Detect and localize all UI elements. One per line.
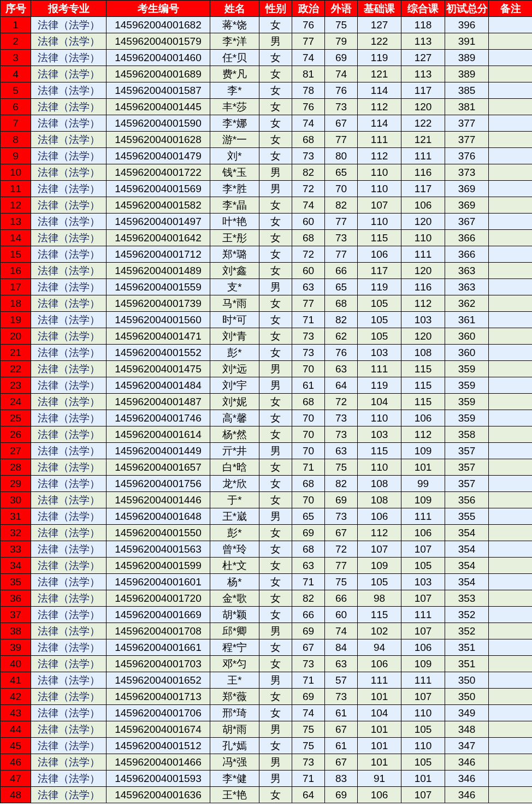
- cell-note: [489, 508, 533, 525]
- cell-seq: 23: [1, 377, 31, 394]
- cell-gender: 男: [259, 623, 292, 639]
- cell-base: 101: [358, 738, 401, 754]
- cell-comp: 107: [401, 787, 445, 803]
- cell-pol: 82: [292, 590, 325, 607]
- cell-seq: 17: [1, 279, 31, 295]
- cell-id: 145962004001648: [107, 508, 210, 525]
- cell-name: 胡*颖: [210, 607, 259, 623]
- cell-note: [489, 754, 533, 771]
- cell-note: [489, 541, 533, 558]
- cell-seq: 1: [1, 17, 31, 33]
- cell-lang: 67: [325, 721, 358, 738]
- cell-pol: 70: [292, 361, 325, 377]
- cell-name: 彭*: [210, 345, 259, 361]
- cell-name: 李*洋: [210, 33, 259, 50]
- cell-comp: 113: [401, 66, 445, 82]
- cell-note: [489, 525, 533, 541]
- cell-id: 145962004001579: [107, 33, 210, 50]
- cell-id: 145962004001682: [107, 17, 210, 33]
- cell-note: [489, 263, 533, 279]
- cell-base: 104: [358, 394, 401, 410]
- cell-name: 刘*青: [210, 328, 259, 345]
- cell-id: 145962004001460: [107, 50, 210, 66]
- table-row: 43法律（法学）145962004001706邢*琦女7461104110349: [1, 705, 533, 721]
- cell-name: 郑*薇: [210, 689, 259, 705]
- cell-note: [489, 459, 533, 476]
- cell-seq: 4: [1, 66, 31, 82]
- cell-gender: 女: [259, 738, 292, 754]
- cell-seq: 24: [1, 394, 31, 410]
- cell-comp: 110: [401, 738, 445, 754]
- cell-id: 145962004001636: [107, 787, 210, 803]
- table-row: 23法律（法学）145962004001484刘*宇男6164119115359: [1, 377, 533, 394]
- table-row: 48法律（法学）145962004001636王*艳女6469106107346: [1, 787, 533, 803]
- cell-name: 丰*莎: [210, 99, 259, 115]
- cell-name: 于*: [210, 492, 259, 508]
- cell-lang: 69: [325, 492, 358, 508]
- cell-gender: 女: [259, 50, 292, 66]
- cell-base: 105: [358, 574, 401, 590]
- table-row: 22法律（法学）145962004001475刘*远男7063111115359: [1, 361, 533, 377]
- cell-id: 145962004001445: [107, 99, 210, 115]
- cell-seq: 6: [1, 99, 31, 115]
- cell-lang: 62: [325, 328, 358, 345]
- cell-gender: 女: [259, 656, 292, 672]
- cell-total: 354: [445, 541, 489, 558]
- cell-gender: 男: [259, 508, 292, 525]
- cell-pol: 71: [292, 672, 325, 689]
- cell-name: 时*可: [210, 312, 259, 328]
- cell-major: 法律（法学）: [31, 328, 107, 345]
- cell-lang: 73: [325, 426, 358, 443]
- cell-pol: 73: [292, 345, 325, 361]
- cell-base: 127: [358, 17, 401, 33]
- cell-name: 刘*: [210, 148, 259, 164]
- cell-lang: 83: [325, 771, 358, 787]
- table-row: 40法律（法学）145962004001703邓*匀女7363106109351: [1, 656, 533, 672]
- cell-lang: 57: [325, 672, 358, 689]
- table-row: 29法律（法学）145962004001756龙*欣女688210899357: [1, 476, 533, 492]
- table-row: 39法律（法学）145962004001661程*宁女678494106351: [1, 639, 533, 656]
- cell-id: 145962004001739: [107, 295, 210, 312]
- cell-note: [489, 230, 533, 246]
- cell-pol: 77: [292, 33, 325, 50]
- cell-total: 350: [445, 672, 489, 689]
- cell-comp: 109: [401, 443, 445, 459]
- cell-base: 108: [358, 476, 401, 492]
- table-row: 3法律（法学）145962004001460任*贝女7469119127389: [1, 50, 533, 66]
- table-row: 26法律（法学）145962004001614杨*然女7073103112358: [1, 426, 533, 443]
- table-row: 47法律（法学）145962004001593李*健男718391101346: [1, 771, 533, 787]
- cell-comp: 111: [401, 672, 445, 689]
- cell-pol: 70: [292, 492, 325, 508]
- cell-pol: 65: [292, 508, 325, 525]
- cell-pol: 61: [292, 377, 325, 394]
- cell-seq: 47: [1, 771, 31, 787]
- cell-base: 110: [358, 214, 401, 230]
- cell-comp: 105: [401, 721, 445, 738]
- cell-seq: 13: [1, 214, 31, 230]
- cell-note: [489, 148, 533, 164]
- table-row: 6法律（法学）145962004001445丰*莎女7673112120381: [1, 99, 533, 115]
- cell-major: 法律（法学）: [31, 672, 107, 689]
- cell-comp: 109: [401, 492, 445, 508]
- header-row: 序号 报考专业 考生编号 姓名 性别 政治 外语 基础课 综合课 初试总分 备注: [1, 1, 533, 17]
- cell-seq: 29: [1, 476, 31, 492]
- cell-lang: 73: [325, 99, 358, 115]
- cell-pol: 67: [292, 639, 325, 656]
- cell-base: 114: [358, 82, 401, 99]
- table-row: 33法律（法学）145962004001563曾*玲女6872107107354: [1, 541, 533, 558]
- cell-name: 冯*强: [210, 754, 259, 771]
- cell-comp: 120: [401, 263, 445, 279]
- cell-seq: 12: [1, 197, 31, 214]
- cell-total: 351: [445, 639, 489, 656]
- cell-id: 145962004001712: [107, 246, 210, 263]
- cell-seq: 43: [1, 705, 31, 721]
- cell-base: 111: [358, 361, 401, 377]
- cell-major: 法律（法学）: [31, 459, 107, 476]
- cell-id: 145962004001601: [107, 574, 210, 590]
- cell-note: [489, 771, 533, 787]
- cell-note: [489, 787, 533, 803]
- table-row: 9法律（法学）145962004001479刘*女7380112111376: [1, 148, 533, 164]
- cell-name: 杨*: [210, 574, 259, 590]
- cell-name: 王*崴: [210, 508, 259, 525]
- cell-base: 109: [358, 558, 401, 574]
